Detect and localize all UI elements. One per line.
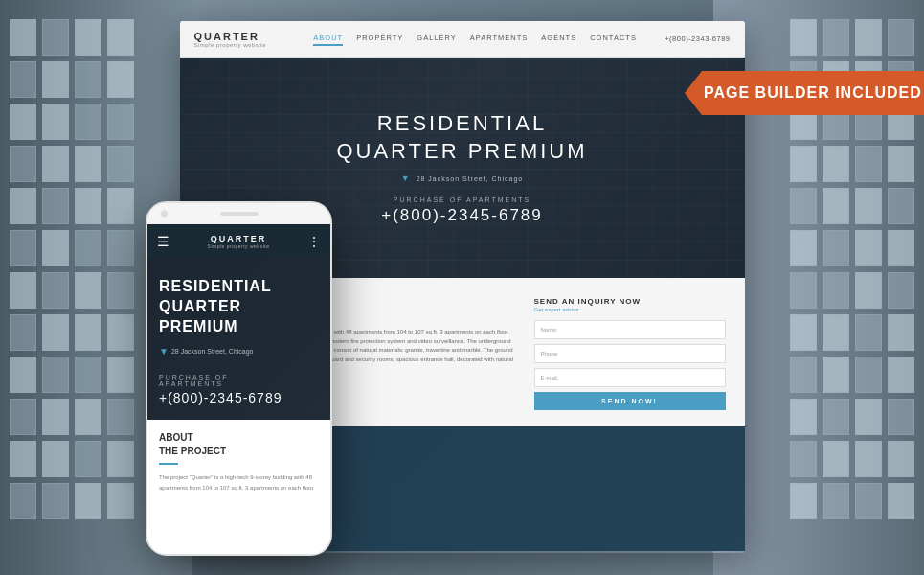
nav-phone: +(800)-2343-6789 bbox=[665, 34, 730, 43]
windows-left bbox=[10, 19, 134, 519]
mobile-frame: ☰ QUARTER Simple property website ⋮ RESI… bbox=[146, 201, 332, 556]
mobile-nav: ☰ QUARTER Simple property website ⋮ bbox=[147, 224, 330, 258]
mobile-logo-sub: Simple property website bbox=[208, 243, 270, 249]
nav-link-apartments[interactable]: APARTMENTS bbox=[470, 32, 529, 46]
nav-link-contacts[interactable]: CONTACTS bbox=[590, 32, 637, 46]
inquiry-email-field[interactable]: E-mail: bbox=[534, 368, 726, 387]
mobile-phone: +(800)-2345-6789 bbox=[159, 390, 319, 405]
inquiry-subtitle: Get expert advice bbox=[534, 307, 726, 312]
inquiry-title: SEND AN INQUIRY NOW bbox=[534, 297, 726, 306]
inquiry-send-button[interactable]: SEND NOW! bbox=[534, 392, 726, 410]
more-options-icon[interactable]: ⋮ bbox=[307, 234, 321, 249]
inquiry-name-field[interactable]: Name: bbox=[534, 320, 726, 339]
inquiry-section: SEND AN INQUIRY NOW Get expert advice Na… bbox=[534, 297, 726, 407]
nav-link-gallery[interactable]: GALLERY bbox=[417, 32, 456, 46]
mobile-logo: QUARTER bbox=[208, 234, 270, 243]
badge-ribbon-text: PAGE BUILDER INCLUDED bbox=[685, 71, 924, 115]
mobile-hero: RESIDENTIALQUARTERPREMIUM ▼ 28 Jackson S… bbox=[147, 258, 330, 420]
mobile-about: ABOUT THE PROJECT The project "Quarter" … bbox=[147, 420, 330, 556]
mobile-mockup: ☰ QUARTER Simple property website ⋮ RESI… bbox=[146, 201, 332, 556]
mobile-top-bar bbox=[147, 203, 330, 224]
nav-link-about[interactable]: ABOUT bbox=[313, 32, 343, 46]
hero-purchase-label: PURCHASE OF APARTMENTS bbox=[394, 196, 530, 203]
mobile-purchase-label: PURCHASE OFAPARTMENTS bbox=[159, 374, 319, 387]
hamburger-icon[interactable]: ☰ bbox=[157, 234, 169, 249]
location-icon: ▼ bbox=[401, 173, 411, 183]
mobile-camera bbox=[161, 210, 168, 217]
mobile-speaker bbox=[220, 212, 259, 216]
nav-logo: QUARTER Simple property website bbox=[194, 31, 267, 48]
mobile-about-title: ABOUT THE PROJECT bbox=[159, 431, 319, 458]
hero-phone: +(800)-2345-6789 bbox=[381, 206, 543, 225]
mobile-about-text: The project "Quarter" is a high-tech 9-s… bbox=[159, 472, 319, 492]
hero-title: RESIDENTIAL QUARTER PREMIUM bbox=[336, 110, 587, 165]
hero-location: ▼ 28 Jackson Street, Chicago bbox=[401, 173, 523, 183]
nav-bar: QUARTER Simple property website ABOUT PR… bbox=[180, 21, 745, 58]
mobile-hero-location: ▼ 28 Jackson Street, Chicago bbox=[159, 346, 319, 356]
page-builder-badge: PAGE BUILDER INCLUDED bbox=[685, 71, 924, 115]
mobile-hero-title: RESIDENTIALQUARTERPREMIUM bbox=[159, 277, 319, 336]
mobile-location-icon: ▼ bbox=[159, 346, 169, 356]
nav-link-agents[interactable]: AGENTS bbox=[541, 32, 576, 46]
mobile-about-divider bbox=[159, 463, 178, 465]
nav-link-property[interactable]: PROPERTY bbox=[356, 32, 403, 46]
inquiry-phone-field[interactable]: Phone: bbox=[534, 344, 726, 363]
nav-links: ABOUT PROPERTY GALLERY APARTMENTS AGENTS… bbox=[285, 32, 665, 46]
